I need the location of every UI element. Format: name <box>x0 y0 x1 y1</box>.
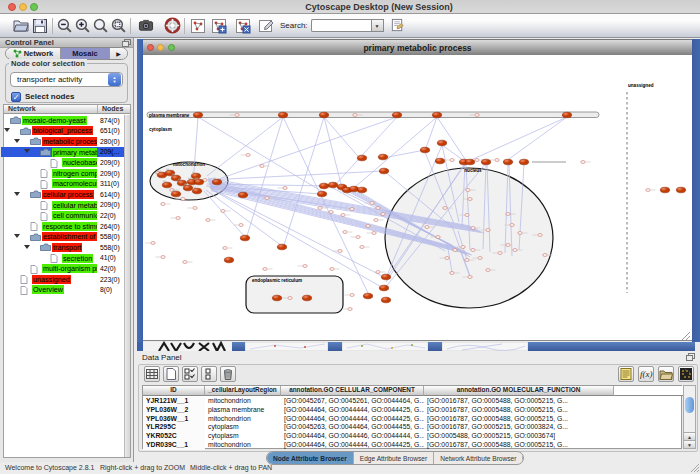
table-cell[interactable]: [GO:0016787, GO:0005488, GO:0005215, G..… <box>424 397 614 406</box>
tab-network-attribute-browser[interactable]: Network Attribute Browser <box>434 452 523 464</box>
tree-row-nucleobase-[interactable]: nucleobase-209(0) <box>1 157 118 168</box>
scroll-up-arrow[interactable]: ▲ <box>684 432 695 440</box>
tree-row-unassigned[interactable]: unassigned223(0) <box>1 274 118 285</box>
tree-row-cell-communicat[interactable]: cell communicat22(0) <box>1 210 118 221</box>
table-header-0[interactable]: ID <box>143 386 205 396</box>
table-cell[interactable]: mitochondrion <box>205 441 281 450</box>
select-all-attributes-icon[interactable] <box>182 366 198 382</box>
background-window-strip-2[interactable] <box>342 342 428 351</box>
background-window-strip-3[interactable] <box>442 342 528 351</box>
tree-column-nodes[interactable]: Nodes <box>98 105 130 113</box>
tab-overflow-arrow[interactable]: ▶ <box>110 48 127 59</box>
frame-resize-grip[interactable] <box>681 331 691 341</box>
table-scrollbar-thumb[interactable] <box>685 397 694 413</box>
create-attribute-icon[interactable] <box>163 366 179 382</box>
background-window-strip-1[interactable] <box>245 342 328 351</box>
tree-column-network[interactable]: Network <box>4 105 98 113</box>
frame-right-border[interactable] <box>692 39 700 342</box>
tree-expander-icon[interactable] <box>14 139 20 143</box>
matrix-icon[interactable] <box>678 366 694 382</box>
background-window-bar-1[interactable] <box>232 342 245 351</box>
table-cell[interactable]: plasma membrane <box>205 406 281 415</box>
background-window-bar-2[interactable] <box>328 342 342 351</box>
table-header-3[interactable]: annotation.GO MOLECULAR_FUNCTION <box>424 386 614 396</box>
network-frame-titlebar[interactable]: primary metabolic process <box>143 39 692 55</box>
zoom-selected-region-icon[interactable] <box>109 17 127 35</box>
table-cell[interactable]: cytoplasm <box>205 432 281 441</box>
table-header-2[interactable]: annotation.GO CELLULAR_COMPONENT <box>281 386 424 396</box>
zoom-fit-icon[interactable] <box>91 17 109 35</box>
search-options-icon[interactable] <box>389 17 407 35</box>
table-cell[interactable]: mitochondrion <box>205 415 281 424</box>
save-session-icon[interactable] <box>31 17 49 35</box>
table-cell[interactable]: [GO:0005488, GO:0005215, GO:0003674] <box>424 432 614 441</box>
select-nodes-checkbox[interactable]: ✓ <box>11 92 21 102</box>
table-cell[interactable]: mitochondrion <box>205 397 281 406</box>
tree-row-cellular-process[interactable]: cellular process614(0) <box>1 189 118 200</box>
table-cell[interactable]: YPL036W__2 <box>143 406 205 415</box>
table-cell[interactable]: [GO:0016787, GO:0005215, GO:0003824, G..… <box>424 423 614 432</box>
frame-minimize-button[interactable] <box>157 44 164 51</box>
table-cell[interactable]: [GO:0044464, GO:0044444, GO:0044425, G..… <box>281 441 424 450</box>
tree-row-metabolic-process[interactable]: metabolic process280(0) <box>1 136 118 147</box>
open-session-icon[interactable] <box>12 17 30 35</box>
tree-row-establishment-of-lo[interactable]: establishment of lo558(0) <box>1 232 118 243</box>
unselect-all-attributes-icon[interactable] <box>201 366 217 382</box>
table-cell[interactable]: YPL036W__1 <box>143 415 205 424</box>
tree-expander-icon[interactable] <box>14 192 20 196</box>
scroll-down-arrow[interactable]: ▼ <box>684 440 695 448</box>
snapshot-icon[interactable] <box>137 17 155 35</box>
function-builder-icon[interactable]: f(x) <box>638 366 654 382</box>
tree-row-primary-metabo[interactable]: primary metabo209(... <box>1 147 127 158</box>
tab-network[interactable]: Network <box>6 48 61 59</box>
zoom-in-icon[interactable] <box>73 17 91 35</box>
background-window-bar-4[interactable] <box>528 342 695 351</box>
tree-scrollbar[interactable] <box>124 115 130 457</box>
tree-row-biological-process[interactable]: biological_process651(0) <box>1 126 118 137</box>
frame-close-button[interactable] <box>147 44 154 51</box>
network-overview-icon[interactable] <box>189 17 207 35</box>
table-cell[interactable]: [GO:0044464, GO:0044446, GO:0044444, G..… <box>281 432 424 441</box>
tree-row-overview[interactable]: Overview8(0) <box>1 285 118 296</box>
tab-edge-attribute-browser[interactable]: Edge Attribute Browser <box>354 452 434 464</box>
frame-zoom-button[interactable] <box>168 44 175 51</box>
background-window-bar-3[interactable] <box>428 342 442 351</box>
tab-node-attribute-browser[interactable]: Node Attribute Browser <box>267 452 354 464</box>
tree-row-transport[interactable]: transport558(0) <box>1 242 118 253</box>
table-cell[interactable]: YJR121W__1 <box>143 397 205 406</box>
tree-row-macromolecule[interactable]: macromolecule311(0) <box>1 179 118 190</box>
delete-attribute-icon[interactable] <box>220 366 236 382</box>
table-cell[interactable]: YDR039C__1 <box>143 441 205 450</box>
control-panel-float-icon[interactable] <box>122 39 131 47</box>
tree-row-mosaic-demo-yeast[interactable]: mosaic-demo-yeast874(0) <box>1 115 118 126</box>
tree-expander-icon[interactable] <box>14 234 20 238</box>
tab-mosaic[interactable]: Mosaic <box>61 48 110 59</box>
tree-row-response-to-stimulu[interactable]: response to stimulu264(0) <box>1 221 118 232</box>
help-icon[interactable] <box>163 17 181 35</box>
import-attributes-icon[interactable] <box>658 366 674 382</box>
annotation-icon[interactable] <box>257 17 275 35</box>
table-cell[interactable]: [GO:0016787, GO:0005488, GO:0005215, G..… <box>424 441 614 450</box>
network-canvas[interactable]: plasma membranecytoplasmmitochondrionnuc… <box>143 55 692 341</box>
tree-row-nitrogen-compo[interactable]: nitrogen compo209(0) <box>1 168 118 179</box>
node-color-dropdown[interactable]: transporter activity ▲▼ <box>10 72 123 87</box>
zoom-out-icon[interactable] <box>55 17 73 35</box>
tree-row-cellular-metabo[interactable]: cellular metabo209(0) <box>1 200 118 211</box>
table-scrollbar[interactable]: ▲ ▼ <box>683 385 696 449</box>
data-panel-float-icon[interactable] <box>686 353 695 361</box>
attribute-grid-icon[interactable] <box>144 366 160 382</box>
search-dropdown-arrow[interactable]: ▼ <box>371 19 384 32</box>
table-cell[interactable]: [GO:0044464, GO:0044444, GO:0044425, G..… <box>281 415 424 424</box>
destroy-view-icon[interactable] <box>234 17 252 35</box>
table-cell[interactable]: [GO:0044464, GO:0044444, GO:0044425, G..… <box>281 406 424 415</box>
table-cell[interactable]: [GO:0016787, GO:0005488, GO:0005215, G..… <box>424 415 614 424</box>
tree-expander-icon[interactable] <box>24 149 30 153</box>
table-cell[interactable]: cytoplasm <box>205 423 281 432</box>
table-cell[interactable]: YLR295C <box>143 423 205 432</box>
attribute-list-icon[interactable] <box>618 366 634 382</box>
create-view-icon[interactable] <box>210 17 228 35</box>
search-input[interactable] <box>311 19 371 32</box>
table-cell[interactable]: [GO:0016787, GO:0005488, GO:0005215, G..… <box>424 406 614 415</box>
tree-expander-icon[interactable] <box>24 245 30 249</box>
window-resize-grip[interactable] <box>690 463 700 473</box>
